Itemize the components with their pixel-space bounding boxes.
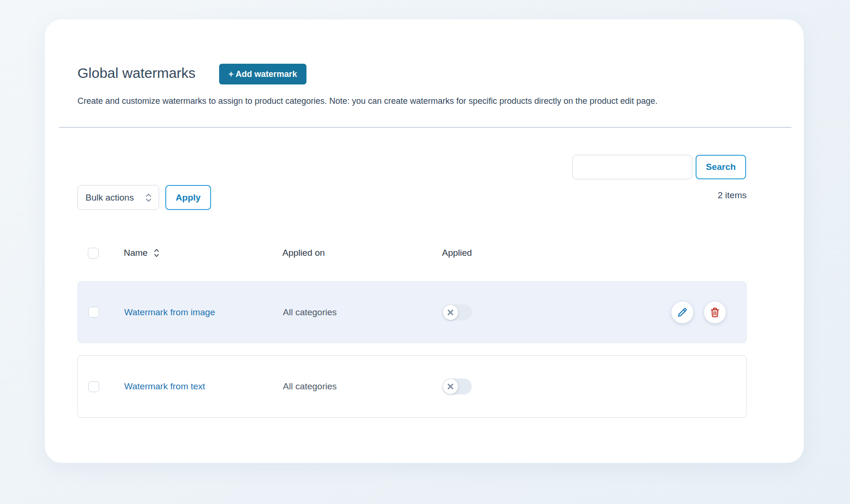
search-button[interactable]: Search — [696, 155, 746, 179]
row-checkbox[interactable] — [88, 381, 99, 392]
bulk-actions-label: Bulk actions — [85, 193, 134, 203]
row-checkbox[interactable] — [88, 307, 99, 318]
toggle-x-icon — [443, 305, 458, 320]
search-input[interactable] — [572, 155, 692, 179]
table-row: Watermark from image All categories — [77, 281, 747, 343]
page-subtitle: Create and customize watermarks to assig… — [77, 95, 658, 107]
pencil-icon — [676, 306, 688, 319]
add-watermark-button[interactable]: + Add watermark — [219, 64, 306, 84]
edit-button[interactable] — [672, 302, 693, 323]
watermark-name-link[interactable]: Watermark from text — [124, 381, 205, 391]
bulk-actions-select[interactable]: Bulk actions — [77, 185, 159, 210]
table-row: Watermark from text All categories — [77, 355, 747, 418]
table-header: Name Applied on Applied — [77, 243, 747, 263]
column-header-applied: Applied — [442, 248, 726, 258]
sort-icon — [153, 248, 160, 258]
select-all-checkbox[interactable] — [88, 248, 99, 259]
toggle-x-icon — [443, 379, 458, 394]
items-count: 2 items — [718, 190, 747, 201]
watermarks-panel: Global watermarks + Add watermark Create… — [45, 19, 804, 463]
column-header-name[interactable]: Name — [99, 248, 282, 258]
page-title: Global watermarks — [77, 64, 196, 83]
column-header-name-label: Name — [124, 248, 148, 258]
applied-toggle-off[interactable] — [442, 304, 472, 320]
column-header-applied-on: Applied on — [282, 248, 442, 258]
divider — [59, 127, 791, 128]
chevron-updown-icon — [145, 193, 152, 203]
trash-icon — [709, 306, 721, 319]
watermark-name-link[interactable]: Watermark from image — [124, 307, 215, 317]
applied-on-value: All categories — [283, 381, 442, 392]
delete-button[interactable] — [704, 302, 726, 323]
apply-button[interactable]: Apply — [165, 185, 211, 210]
applied-on-value: All categories — [283, 307, 442, 318]
applied-toggle-off[interactable] — [442, 378, 472, 395]
